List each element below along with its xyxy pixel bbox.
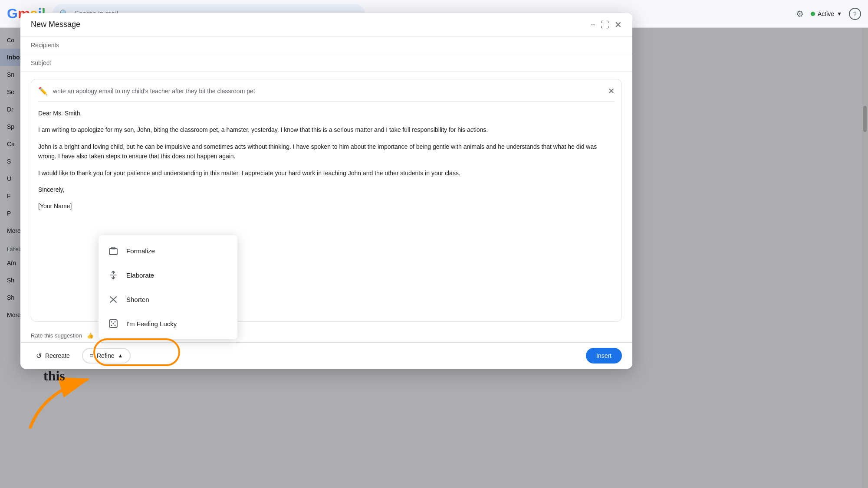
refine-dropdown: Formalize Elaborate — [99, 235, 237, 339]
formalize-icon — [107, 245, 119, 257]
help-button[interactable]: ? — [849, 8, 861, 20]
shorten-icon — [107, 293, 119, 305]
svg-point-10 — [111, 325, 112, 326]
email-content[interactable]: Dear Ms. Smith, I am writing to apologiz… — [38, 108, 615, 211]
svg-rect-1 — [112, 247, 115, 249]
refine-elaborate[interactable]: Elaborate — [99, 263, 237, 287]
refine-lucky[interactable]: I'm Feeling Lucky — [99, 311, 237, 336]
recipients-input[interactable] — [71, 42, 622, 49]
compose-header: New Message − ⛶ ✕ — [20, 13, 632, 36]
formalize-label: Formalize — [126, 247, 155, 255]
recreate-button[interactable]: ↺ Recreate — [31, 348, 75, 364]
email-para1: I am writing to apologize for my son, Jo… — [38, 125, 615, 134]
svg-point-8 — [111, 321, 112, 323]
email-para2: John is a bright and loving child, but h… — [38, 142, 615, 161]
recipients-label: Recipients — [31, 42, 66, 49]
feedback-text: Rate this suggestion 👍 👎 — [31, 332, 105, 339]
subject-input[interactable] — [71, 59, 622, 66]
active-dot — [811, 12, 815, 16]
svg-rect-0 — [109, 249, 117, 255]
lucky-label: I'm Feeling Lucky — [126, 320, 177, 328]
svg-point-9 — [115, 321, 116, 323]
subject-label: Subject — [31, 59, 66, 66]
ai-prompt-text: write an apology email to my child's tea… — [53, 88, 603, 95]
close-button[interactable]: ✕ — [615, 20, 622, 29]
elaborate-label: Elaborate — [126, 272, 154, 279]
refine-icon: ≡ — [90, 352, 93, 359]
shorten-label: Shorten — [126, 296, 149, 303]
ai-pencil-icon: ✏️ — [38, 86, 48, 96]
refine-chevron-icon: ▲ — [118, 353, 123, 359]
recreate-icon: ↺ — [36, 352, 42, 360]
lucky-icon — [107, 318, 119, 330]
recreate-label: Recreate — [45, 352, 70, 359]
settings-icon[interactable]: ⚙ — [796, 9, 804, 19]
refine-button[interactable]: ≡ Refine ▲ — [82, 348, 131, 364]
email-para3: I would like to thank you for your patie… — [38, 168, 615, 178]
compose-title: New Message — [31, 20, 80, 29]
active-label: Active — [818, 10, 834, 17]
ai-prompt-bar: ✏️ write an apology email to my child's … — [38, 86, 615, 102]
minimize-button[interactable]: − — [590, 20, 595, 29]
email-signature: [Your Name] — [38, 201, 615, 211]
recipients-field: Recipients — [20, 36, 632, 54]
refine-formalize[interactable]: Formalize — [99, 239, 237, 263]
svg-point-11 — [115, 325, 116, 326]
svg-point-12 — [113, 323, 114, 324]
compose-bottom: ↺ Recreate ≡ Refine ▲ Insert Formalize — [20, 342, 632, 369]
ai-prompt-close[interactable]: ✕ — [608, 86, 615, 96]
active-chevron: ▼ — [837, 11, 842, 17]
email-greeting: Dear Ms. Smith, — [38, 108, 615, 118]
compose-modal: New Message − ⛶ ✕ Recipients Subject ✏️ … — [20, 13, 632, 369]
active-status: Active ▼ — [811, 10, 842, 17]
refine-shorten[interactable]: Shorten — [99, 287, 237, 311]
expand-button[interactable]: ⛶ — [601, 20, 609, 29]
email-closing: Sincerely, — [38, 185, 615, 194]
insert-button[interactable]: Insert — [586, 348, 622, 364]
topbar-right: ⚙ Active ▼ ? — [796, 8, 861, 20]
elaborate-icon — [107, 269, 119, 281]
compose-header-actions: − ⛶ ✕ — [590, 20, 622, 29]
refine-label: Refine — [97, 352, 114, 359]
subject-field: Subject — [20, 54, 632, 72]
